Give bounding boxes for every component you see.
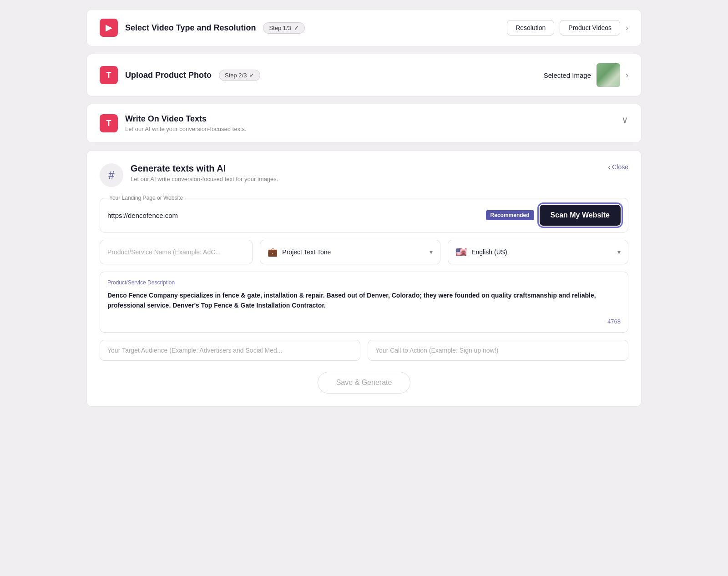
description-label: Product/Service Description — [107, 279, 621, 286]
url-right: Recommended Scan My Website — [486, 205, 621, 226]
recommended-badge: Recommended — [486, 210, 534, 220]
close-label: Close — [612, 163, 628, 171]
save-btn-container: Save & Generate — [100, 372, 628, 394]
step3-chevron-down-icon[interactable]: ∨ — [622, 114, 628, 125]
product-name-placeholder: Product/Service Name (Example: AdC... — [107, 248, 221, 256]
url-value: https://dencofence.com — [107, 212, 178, 219]
url-row: Your Landing Page or Website https://den… — [100, 198, 628, 232]
scan-my-website-button[interactable]: Scan My Website — [540, 205, 621, 226]
target-row: Your Target Audience (Example: Advertise… — [100, 340, 628, 361]
step2-badge: Step 2/3 ✓ — [219, 70, 260, 81]
step1-left: ▶ Select Video Type and Resolution Step … — [100, 19, 305, 37]
char-count: 4768 — [107, 318, 621, 325]
resolution-button[interactable]: Resolution — [507, 20, 554, 35]
language-chevron-icon: ▾ — [617, 248, 621, 256]
step3-section: T Write On Video Texts Let our AI write … — [86, 104, 642, 143]
url-label: Your Landing Page or Website — [107, 195, 185, 201]
language-field[interactable]: 🇺🇸 English (US) ▾ — [448, 240, 628, 264]
step1-section: ▶ Select Video Type and Resolution Step … — [86, 9, 642, 46]
main-container: ▶ Select Video Type and Resolution Step … — [86, 9, 642, 407]
step3-left: T Write On Video Texts Let our AI write … — [100, 114, 247, 132]
language-label: English (US) — [471, 248, 613, 256]
description-text: Denco Fence Company specializes in fence… — [107, 290, 621, 311]
target-audience-field[interactable]: Your Target Audience (Example: Advertise… — [100, 340, 360, 361]
flag-icon: 🇺🇸 — [455, 247, 467, 258]
text-tone-chevron-icon: ▾ — [430, 248, 433, 256]
step2-badge-label: Step 2/3 — [225, 72, 247, 79]
step2-icon: T — [100, 66, 118, 84]
ai-icon: # — [100, 163, 123, 187]
text-tone-field[interactable]: 💼 Project Text Tone ▾ — [260, 240, 440, 264]
step1-icon: ▶ — [100, 19, 118, 37]
generate-header-left: # Generate texts with AI Let our AI writ… — [100, 163, 278, 187]
step1-right: Resolution Product Videos › — [507, 20, 628, 35]
form-row-1: Product/Service Name (Example: AdC... 💼 … — [100, 240, 628, 264]
step2-section: T Upload Product Photo Step 2/3 ✓ Select… — [86, 54, 642, 96]
generate-section: # Generate texts with AI Let our AI writ… — [86, 150, 642, 407]
hashtag-icon: # — [108, 169, 114, 182]
step1-chevron-right-icon[interactable]: › — [626, 23, 628, 33]
target-audience-placeholder: Your Target Audience (Example: Advertise… — [107, 347, 282, 354]
step3-text: Write On Video Texts Let our AI write yo… — [125, 114, 247, 132]
url-content: https://dencofence.com Recommended Scan … — [107, 205, 621, 226]
text-tone-label: Project Text Tone — [282, 248, 425, 256]
generate-title: Generate texts with AI — [131, 163, 278, 174]
step2-right: Selected Image › — [544, 63, 628, 87]
close-chevron-icon: ‹ — [608, 163, 611, 171]
generate-title-group: Generate texts with AI Let our AI write … — [131, 163, 278, 182]
step1-check-icon: ✓ — [294, 25, 299, 31]
generate-header: # Generate texts with AI Let our AI writ… — [100, 163, 628, 187]
cta-field[interactable]: Your Call to Action (Example: Sign up no… — [368, 340, 628, 361]
step3-subtitle: Let our AI write your conversion-focused… — [125, 126, 247, 132]
step3-title: Write On Video Texts — [125, 114, 247, 124]
selected-image-label: Selected Image — [544, 71, 591, 79]
step2-check-icon: ✓ — [249, 72, 254, 79]
selected-image-thumbnail[interactable] — [597, 63, 620, 87]
step1-title: Select Video Type and Resolution — [125, 23, 256, 33]
briefcase-icon: 💼 — [268, 247, 278, 257]
step1-badge-label: Step 1/3 — [269, 25, 291, 31]
step2-title: Upload Product Photo — [125, 71, 212, 80]
generate-subtitle: Let our AI write conversion-focused text… — [131, 176, 278, 182]
close-button[interactable]: ‹ Close — [608, 163, 628, 171]
step1-badge: Step 1/3 ✓ — [263, 22, 304, 34]
step2-chevron-right-icon[interactable]: › — [626, 71, 628, 80]
product-videos-button[interactable]: Product Videos — [560, 20, 620, 35]
cta-placeholder: Your Call to Action (Example: Sign up no… — [375, 347, 498, 354]
step2-left: T Upload Product Photo Step 2/3 ✓ — [100, 66, 260, 84]
product-name-field[interactable]: Product/Service Name (Example: AdC... — [100, 240, 253, 264]
step3-icon: T — [100, 114, 118, 132]
description-box[interactable]: Product/Service Description Denco Fence … — [100, 272, 628, 333]
thumbnail-image — [597, 63, 620, 87]
save-generate-button[interactable]: Save & Generate — [318, 372, 411, 394]
